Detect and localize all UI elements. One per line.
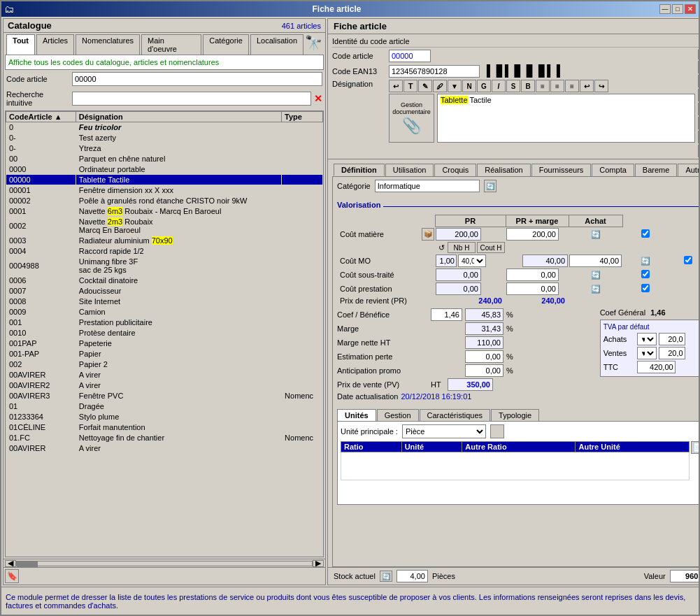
side-btn-7[interactable]: 📌 bbox=[698, 145, 699, 157]
table-row[interactable]: 0009 Camion bbox=[6, 307, 323, 317]
table-row[interactable]: 001 Prestation publicitaire bbox=[6, 317, 323, 328]
align-right-btn[interactable]: ≡ bbox=[565, 80, 579, 92]
table-row[interactable]: 0006 Cocktail dinatoire bbox=[6, 275, 323, 286]
tab-definition[interactable]: Définition bbox=[334, 164, 385, 176]
n-btn[interactable]: N bbox=[462, 80, 476, 92]
subtab-unites[interactable]: Unités bbox=[337, 409, 376, 421]
code-article-input[interactable] bbox=[72, 72, 322, 86]
tab-utilisation[interactable]: Utilisation bbox=[385, 164, 434, 176]
redo-btn[interactable]: ↪ bbox=[594, 80, 608, 92]
scroll-right[interactable]: ▶ bbox=[313, 560, 324, 567]
valeur-input[interactable] bbox=[670, 570, 699, 582]
table-row[interactable]: 0- Test azerty bbox=[6, 133, 323, 143]
b-btn[interactable]: B bbox=[521, 80, 535, 92]
table-row[interactable]: 00 Parquet en chêne naturel bbox=[6, 154, 323, 164]
achats-select[interactable]: ▼ bbox=[637, 333, 657, 345]
cout-matiere-pr-input[interactable] bbox=[436, 228, 481, 241]
side-btn-2[interactable]: 🔄 bbox=[698, 75, 699, 87]
table-row[interactable]: 0007 Adoucisseur bbox=[6, 286, 323, 296]
table-row[interactable]: 00001 Fenêtre dimension xx X xxx bbox=[6, 185, 323, 196]
achat-checkbox[interactable] bbox=[641, 229, 650, 238]
tab-autre[interactable]: Autre bbox=[678, 164, 699, 176]
cout-prestation-refresh[interactable]: 🔄 bbox=[569, 285, 622, 294]
binoculars-button[interactable]: 🔭 bbox=[305, 34, 322, 55]
dropdown-btn[interactable]: ▼ bbox=[448, 80, 462, 92]
recherche-input[interactable] bbox=[72, 92, 311, 106]
marge-input[interactable] bbox=[465, 322, 503, 335]
cout-mo-nb[interactable] bbox=[436, 255, 457, 267]
cout-mo-refresh[interactable]: 🔄 bbox=[623, 257, 667, 266]
table-row[interactable]: 00AVIRER2 A virer bbox=[6, 380, 323, 391]
refresh-small-btn[interactable]: ↺ bbox=[436, 242, 447, 253]
side-btn-4[interactable]: 📋 bbox=[698, 103, 699, 115]
tab-fournisseurs[interactable]: Fournisseurs bbox=[531, 164, 592, 176]
cout-matiere-icon[interactable]: 📦 bbox=[422, 228, 434, 241]
stock-refresh[interactable]: 🔄 bbox=[380, 571, 392, 582]
ttc-val[interactable] bbox=[637, 361, 676, 373]
cout-prestation-prmarge-input[interactable] bbox=[506, 282, 559, 295]
table-row[interactable]: 01 Dragée bbox=[6, 401, 323, 412]
undo2-btn[interactable]: ↩ bbox=[580, 80, 594, 92]
tab-nomenclatures[interactable]: Nomenclatures bbox=[76, 34, 140, 55]
col-code[interactable]: CodeArticle ▲ bbox=[6, 112, 76, 122]
side-btn-1[interactable]: 📄 bbox=[698, 61, 699, 73]
pen-btn[interactable]: 🖊 bbox=[433, 80, 447, 92]
minimize-button[interactable]: — bbox=[659, 4, 671, 14]
ratio-add-btn[interactable]: 📄 bbox=[691, 441, 699, 454]
tab-categorie[interactable]: Catégorie bbox=[203, 34, 249, 55]
tab-bareme[interactable]: Bareme bbox=[635, 164, 678, 176]
cout-soustraite-refresh[interactable]: 🔄 bbox=[569, 271, 622, 280]
side-btn-5[interactable]: 🌐 bbox=[698, 117, 699, 129]
cout-h-btn[interactable]: Cout H bbox=[477, 242, 505, 253]
pv-input[interactable] bbox=[448, 378, 493, 391]
anticipation-input[interactable] bbox=[465, 364, 503, 377]
subtab-typologie[interactable]: Typologie bbox=[491, 409, 539, 421]
cout-mo-select[interactable]: 40,00 bbox=[458, 255, 486, 267]
table-row[interactable]: 0003 Radiateur aluminium 70x90 bbox=[6, 236, 323, 246]
tab-articles[interactable]: Articles bbox=[36, 34, 74, 55]
g-btn[interactable]: G bbox=[477, 80, 491, 92]
category-input[interactable] bbox=[375, 180, 480, 192]
table-row[interactable]: 0004 Raccord rapide 1/2 bbox=[6, 246, 323, 257]
table-row[interactable]: 0 Feu tricolor bbox=[6, 122, 323, 133]
tab-main-oeuvre[interactable]: Main d'oeuvre bbox=[141, 34, 201, 55]
ean-field[interactable] bbox=[389, 65, 480, 78]
col-type[interactable]: Type bbox=[282, 112, 323, 122]
subtab-caracteristiques[interactable]: Caractéristiques bbox=[420, 409, 490, 421]
table-row[interactable]: 0010 Protèse dentaire bbox=[6, 328, 323, 338]
table-row[interactable]: 001PAP Papeterie bbox=[6, 338, 323, 349]
table-row[interactable]: 00AVIRER A virer bbox=[6, 370, 323, 380]
stock-value[interactable] bbox=[397, 570, 428, 582]
nb-h-btn[interactable]: Nb H bbox=[448, 242, 476, 253]
ventes-select[interactable]: ▼ bbox=[637, 347, 657, 359]
tab-tout[interactable]: Tout bbox=[6, 34, 35, 55]
cout-soustraite-prmarge-input[interactable] bbox=[506, 268, 559, 281]
align-center-btn[interactable]: ≡ bbox=[550, 80, 564, 92]
achat-refresh[interactable]: 🔄 bbox=[569, 230, 622, 239]
cout-mo-pr-input[interactable] bbox=[522, 255, 568, 267]
table-row[interactable]: 0- Ytreza bbox=[6, 143, 323, 154]
cout-mo-checkbox[interactable] bbox=[684, 256, 692, 264]
table-row[interactable]: 002 Papier 2 bbox=[6, 359, 323, 370]
scroll-thumb[interactable] bbox=[17, 561, 38, 567]
table-row[interactable]: 0000 Ordinateur portable bbox=[6, 164, 323, 175]
table-row[interactable]: 01233364 Stylo plume bbox=[6, 412, 323, 422]
maximize-button[interactable]: □ bbox=[672, 4, 683, 14]
close-button[interactable]: ✕ bbox=[685, 4, 696, 14]
marge-nette-input[interactable] bbox=[465, 336, 503, 349]
unite-principale-select[interactable]: Pièce bbox=[402, 424, 486, 438]
cout-prestation-pr-input[interactable] bbox=[436, 282, 481, 295]
tab-realisation[interactable]: Réalisation bbox=[477, 164, 530, 176]
ventes-val[interactable] bbox=[659, 347, 685, 359]
text-btn[interactable]: T bbox=[403, 80, 417, 92]
table-row[interactable]: 00002 Poêle à granulés rond étanche CRIS… bbox=[6, 196, 323, 206]
cout-prestation-checkbox[interactable] bbox=[641, 284, 650, 292]
tab-croquis[interactable]: Croquis bbox=[434, 164, 476, 176]
side-btn-6[interactable]: 📤 bbox=[698, 131, 699, 143]
coef-benefice-pct-input[interactable] bbox=[465, 308, 503, 321]
category-refresh[interactable]: 🔄 bbox=[484, 180, 497, 192]
achats-val[interactable] bbox=[659, 333, 685, 345]
table-row[interactable]: 0008 Site Internet bbox=[6, 296, 323, 307]
table-row[interactable]: 001-PAP Papier bbox=[6, 349, 323, 359]
unite-principale-btn[interactable] bbox=[490, 424, 504, 438]
